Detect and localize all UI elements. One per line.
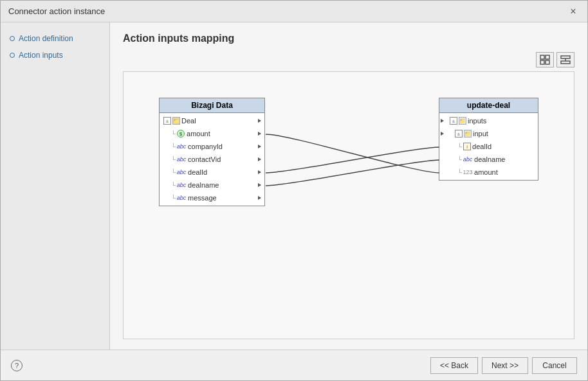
folder-icon: 📁 <box>172 117 180 125</box>
sidebar-item-label: Action definition <box>19 34 73 43</box>
table-row: └ 123 amount <box>439 166 538 179</box>
tree-line: └ <box>171 130 176 137</box>
connector-arrow <box>257 131 262 136</box>
help-button[interactable]: ? <box>11 360 23 371</box>
svg-rect-4 <box>561 56 570 58</box>
footer-left: ? <box>11 360 427 371</box>
layout-icon <box>560 55 571 65</box>
connector-arrow <box>257 182 262 188</box>
arrow-icon <box>258 170 261 174</box>
arrow-icon <box>258 183 261 187</box>
connection-line <box>266 147 439 173</box>
abc-icon: abc <box>177 182 186 188</box>
abc-icon: abc <box>177 143 186 150</box>
left-table-header: Bizagi Data <box>160 98 264 113</box>
tree-line: └ <box>457 156 462 163</box>
arrow-icon <box>258 132 261 136</box>
row-label: inputs <box>468 117 486 125</box>
connector-arrow <box>257 195 262 200</box>
title-bar: Connector action instance × <box>1 1 587 22</box>
footer: ? << Back Next >> Cancel <box>1 350 587 380</box>
table-row: └ abc contactVid <box>160 153 264 166</box>
abc-icon: abc <box>177 156 186 163</box>
svg-rect-5 <box>561 61 570 64</box>
expand-button[interactable] <box>536 52 554 67</box>
abc-icon: abc <box>463 156 472 163</box>
table-row: └ $ amount <box>160 127 264 140</box>
tree-icon: ± <box>455 130 463 137</box>
table-row: └ abc dealname <box>160 179 264 191</box>
row-label: dealId <box>472 143 492 150</box>
toolbar <box>123 52 574 67</box>
expand-icon <box>540 55 550 65</box>
sidebar-item-action-inputs[interactable]: Action inputs <box>7 49 103 61</box>
connector-arrow <box>257 118 262 123</box>
arrow-icon <box>441 119 444 123</box>
left-table: Bizagi Data ± 📁 Deal <box>159 98 265 206</box>
sidebar: Action definition Action inputs <box>1 22 110 350</box>
table-row: └ abc dealname <box>439 153 538 166</box>
tree-line: └ <box>457 143 462 150</box>
tree-line: └ <box>171 195 176 202</box>
num-icon: $ <box>177 130 185 137</box>
row-label: companyId <box>188 143 223 150</box>
tree-line: └ <box>171 169 176 176</box>
row-label: amount <box>187 130 210 137</box>
next-button[interactable]: Next >> <box>482 357 528 374</box>
layout-button[interactable] <box>556 52 574 67</box>
row-label: dealId <box>188 168 207 176</box>
num123-icon: 123 <box>463 169 472 175</box>
arrow-icon <box>441 132 444 136</box>
row-label: dealname <box>188 181 219 189</box>
tree-line: └ <box>171 156 176 163</box>
cancel-button[interactable]: Cancel <box>532 357 577 374</box>
right-table-body: ± 📁 inputs ± 📁 <box>439 113 538 180</box>
arrow-icon <box>258 157 261 161</box>
table-row: └ abc dealId <box>160 166 264 179</box>
tree-icon: i <box>463 143 471 150</box>
right-table: update-deal ± 📁 inputs <box>439 98 538 181</box>
connection-line <box>266 160 439 186</box>
table-row: ± 📁 input <box>439 127 538 140</box>
tree-line: └ <box>457 169 462 176</box>
arrow-icon <box>258 119 261 123</box>
abc-icon: abc <box>177 195 186 201</box>
back-button[interactable]: << Back <box>430 357 478 374</box>
close-button[interactable]: × <box>567 5 580 18</box>
svg-rect-0 <box>540 55 544 59</box>
main-area: Action inputs mapping <box>110 22 587 350</box>
abc-icon: abc <box>177 169 186 175</box>
row-label: Deal <box>181 117 196 125</box>
row-label: amount <box>474 168 498 176</box>
mapping-inner: Bizagi Data ± 📁 Deal <box>124 72 574 339</box>
bullet-icon <box>10 36 15 41</box>
tree-icon: ± <box>450 117 457 125</box>
left-arrow <box>439 131 445 136</box>
svg-rect-2 <box>540 60 544 64</box>
table-row: └ abc message <box>160 191 264 204</box>
left-table-body: ± 📁 Deal └ $ amount <box>160 113 264 206</box>
svg-rect-3 <box>546 60 549 64</box>
dialog: Connector action instance × Action defin… <box>0 0 588 381</box>
table-row: ± 📁 inputs <box>439 114 538 127</box>
sidebar-item-label: Action inputs <box>19 51 63 60</box>
arrow-icon <box>258 196 261 200</box>
table-row: └ abc companyId <box>160 140 264 153</box>
page-title: Action inputs mapping <box>123 33 574 44</box>
tree-icon: ± <box>163 117 171 125</box>
row-label: contactVid <box>188 155 221 163</box>
connection-line <box>266 134 439 173</box>
tree-line: └ <box>171 143 176 150</box>
connector-arrow <box>257 144 262 149</box>
content-area: Action definition Action inputs Action i… <box>1 22 587 350</box>
right-table-header: update-deal <box>439 98 538 113</box>
dialog-title: Connector action instance <box>8 6 105 16</box>
sidebar-item-action-definition[interactable]: Action definition <box>7 33 103 44</box>
arrow-icon <box>258 145 261 148</box>
folder-icon: 📁 <box>464 130 472 137</box>
row-label: message <box>188 194 217 202</box>
row-label: input <box>473 130 488 137</box>
table-row: └ i dealId <box>439 140 538 153</box>
tree-line: └ <box>171 182 176 189</box>
table-row: ± 📁 Deal <box>160 114 264 127</box>
